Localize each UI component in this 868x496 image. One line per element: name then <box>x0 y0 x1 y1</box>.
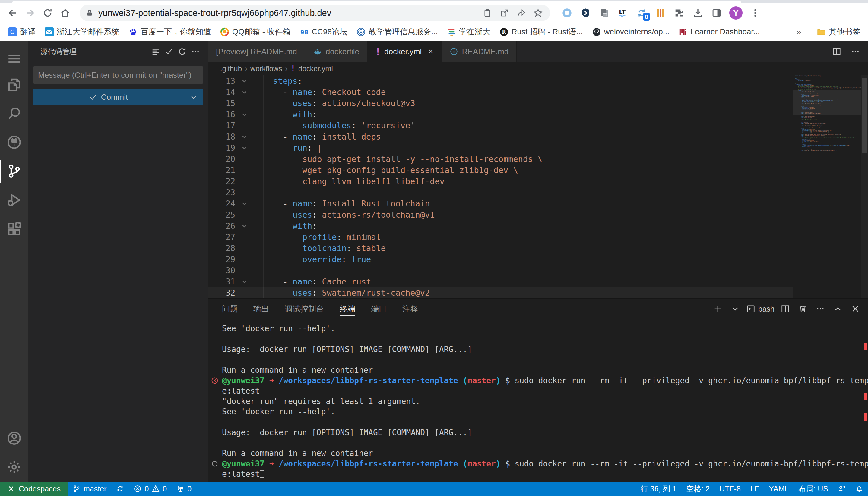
bookmark-item[interactable]: 教学管理信息服务... <box>353 25 442 39</box>
remote-indicator[interactable]: Codespaces <box>0 482 68 496</box>
back-button[interactable] <box>5 6 20 20</box>
code-line[interactable]: 14 - name: Checkout code <box>208 87 793 98</box>
activity-settings[interactable] <box>0 453 28 482</box>
terminal-output[interactable]: See 'docker run --help'.Usage: docker ru… <box>208 319 868 482</box>
browser-menu-icon[interactable] <box>749 7 761 19</box>
feedback[interactable] <box>833 482 851 496</box>
cursor-position[interactable]: 行 36, 列 1 <box>636 482 682 496</box>
bookmark-item[interactable]: 浙江大学邮件系统 <box>41 25 123 39</box>
bookmarks-overflow-chevron[interactable]: » <box>793 27 804 37</box>
panel-tab-问题[interactable]: 问题 <box>222 299 238 319</box>
code-line[interactable]: 32 uses: Swatinem/rust-cache@v2 <box>208 287 793 298</box>
breadcrumb-item[interactable]: workflows <box>250 64 282 73</box>
split-terminal-icon[interactable] <box>779 302 792 315</box>
sync-status[interactable] <box>111 482 129 496</box>
bookmark-item[interactable]: Learner Dashboar... <box>675 25 763 38</box>
new-terminal-icon[interactable] <box>711 302 724 315</box>
fold-chevron-icon[interactable] <box>235 276 253 287</box>
activity-menu[interactable] <box>0 48 28 70</box>
code-line[interactable]: 29 override: true <box>208 254 793 265</box>
code-line[interactable]: 20 sudo apt-get install -y --no-install-… <box>208 153 793 165</box>
ports-status[interactable]: 0 <box>171 482 196 496</box>
code-pane[interactable]: 13 steps:14 - name: Checkout code15 uses… <box>208 75 793 298</box>
split-editor-icon[interactable] <box>830 45 843 58</box>
code-line[interactable]: 19 run: | <box>208 142 793 153</box>
activity-run-debug[interactable] <box>0 186 28 215</box>
bookmark-item[interactable]: 百度一下，你就知道 <box>125 25 215 39</box>
panel-tab-调试控制台[interactable]: 调试控制台 <box>285 299 324 319</box>
forward-button[interactable] <box>23 6 38 20</box>
commit-check-icon[interactable] <box>162 45 176 58</box>
fold-chevron-icon[interactable] <box>235 131 253 142</box>
copy-pages-extension-icon[interactable] <box>598 7 611 19</box>
close-icon[interactable]: × <box>428 47 433 56</box>
activity-github[interactable] <box>0 128 28 157</box>
side-panel-icon[interactable] <box>710 7 723 19</box>
bookmark-item[interactable]: QQ邮箱 - 收件箱 <box>216 25 294 39</box>
minimap-slider[interactable] <box>793 90 861 115</box>
commit-dropdown[interactable] <box>184 93 203 101</box>
extensions-puzzle-icon[interactable] <box>673 7 685 19</box>
breadcrumb-item[interactable]: docker.yml <box>298 64 333 73</box>
refresh-button[interactable] <box>41 6 55 20</box>
code-line[interactable]: 22 clang llvm libelf1 libelf-dev <box>208 176 793 187</box>
code-editor[interactable]: 13 steps:14 - name: Checkout code15 uses… <box>208 75 868 298</box>
tab-docker-yml[interactable]: !docker.yml× <box>367 41 442 62</box>
fold-chevron-icon[interactable] <box>235 109 253 120</box>
commit-message-input[interactable]: Message (Ctrl+Enter to commit on "master… <box>33 66 203 84</box>
languagetool-extension-icon[interactable]: LT <box>617 7 629 19</box>
more-icon[interactable] <box>814 302 827 315</box>
problems-status[interactable]: 00 <box>129 482 171 496</box>
fold-chevron-icon[interactable] <box>235 87 253 98</box>
more-icon[interactable] <box>189 45 202 58</box>
eol[interactable]: LF <box>746 482 764 496</box>
browser-active-tab[interactable] <box>12 1 741 3</box>
bookmark-item[interactable]: weloveinterns/op... <box>588 25 673 38</box>
trash-icon[interactable] <box>796 302 809 315</box>
commit-button[interactable]: Commit <box>33 89 203 106</box>
editor-scrollbar[interactable] <box>861 75 868 298</box>
tab-dockerfile[interactable]: dockerfile <box>305 41 367 62</box>
activity-explorer[interactable] <box>0 70 28 99</box>
bookmark-item[interactable]: RRust 招聘 - Rust语... <box>496 25 587 39</box>
fold-chevron-icon[interactable] <box>235 75 253 87</box>
fold-chevron-icon[interactable] <box>235 198 253 209</box>
shell-picker[interactable]: bash <box>746 304 775 313</box>
panel-tab-输出[interactable]: 输出 <box>253 299 269 319</box>
code-line[interactable]: 13 steps: <box>208 75 793 87</box>
keyboard-layout[interactable]: 布局: US <box>793 482 833 496</box>
code-line[interactable]: 25 uses: actions-rs/toolchain@v1 <box>208 209 793 220</box>
code-line[interactable]: 23 <box>208 187 793 198</box>
fold-chevron-icon[interactable] <box>235 220 253 231</box>
address-bar[interactable]: yunwei37-potential-space-trout-rpr5qwj66… <box>80 5 550 21</box>
bookmark-item[interactable]: 学在浙大 <box>443 25 494 39</box>
profile-avatar[interactable]: Y <box>729 6 743 19</box>
language-mode[interactable]: YAML <box>764 482 793 496</box>
encoding[interactable]: UTF-8 <box>715 482 746 496</box>
color-bars-extension-icon[interactable] <box>655 7 667 19</box>
indentation[interactable]: 空格: 2 <box>681 482 715 496</box>
code-line[interactable]: 27 profile: minimal <box>208 231 793 243</box>
panel-tab-注释[interactable]: 注释 <box>402 299 418 319</box>
more-icon[interactable] <box>849 45 862 58</box>
shield-extension-icon[interactable] <box>580 7 592 19</box>
scrollbar-thumb[interactable] <box>862 78 867 153</box>
chevron-down-icon[interactable] <box>729 302 742 315</box>
panel-tab-端口[interactable]: 端口 <box>371 299 387 319</box>
minimap[interactable]: name: Build and publish docker image on:… <box>793 75 861 298</box>
home-button[interactable] <box>58 6 72 20</box>
tab-readme-md[interactable]: README.md <box>442 41 517 62</box>
code-line[interactable]: 31 - name: Cache rust <box>208 276 793 287</box>
close-icon[interactable] <box>849 302 862 315</box>
ring-extension-icon[interactable] <box>561 7 573 19</box>
bookmark-item[interactable]: G翻译 <box>4 25 39 39</box>
clipboard-icon[interactable] <box>481 7 493 19</box>
refresh-icon[interactable] <box>176 45 189 58</box>
notifications[interactable] <box>851 482 868 496</box>
code-line[interactable]: 16 with: <box>208 109 793 120</box>
branch-status[interactable]: master <box>68 482 111 496</box>
breadcrumb-item[interactable]: .github <box>220 64 242 73</box>
activity-account[interactable] <box>0 424 28 453</box>
tab--preview-readme-md[interactable]: [Preview] README.md <box>208 41 305 62</box>
bookmark-item[interactable]: 98CC98论坛 <box>296 25 351 39</box>
